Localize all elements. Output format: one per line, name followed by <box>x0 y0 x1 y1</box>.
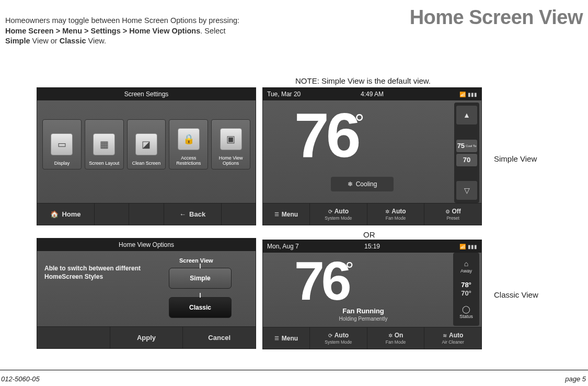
label-classic-view: Classic View <box>494 290 538 299</box>
pointer-icon: ▣ <box>220 128 242 150</box>
tile-screen-layout[interactable]: ▦ Screen Layout <box>85 119 124 169</box>
hvo-description: Able to switch between different HomeScr… <box>44 265 149 281</box>
doc-code: 012-5060-05 <box>1 375 40 383</box>
screen-simple-view: Tue, Mar 20 4:49 AM 📶 ▮▮▮ 76° ❄ Cooling … <box>262 87 482 225</box>
cool-to-chip[interactable]: 75 Cool To <box>456 140 477 152</box>
hvo-bottombar: Apply Cancel <box>37 326 256 348</box>
settings-bottombar-spacer2 <box>129 203 164 225</box>
sysmode-icon-2: ⟳ <box>328 333 332 338</box>
sliders-icon: ⚙ <box>445 209 450 214</box>
fanmode-big-2: On <box>395 332 403 339</box>
settings-tiles: ▭ Display ▦ Screen Layout ◪ Clean Screen… <box>42 119 250 169</box>
signal-icon-2: ▮▮▮ <box>468 244 477 249</box>
display-icon: ▭ <box>51 133 73 155</box>
simple-bottombar: ☰ Menu ⟳Auto System Mode ✲Auto Fan Mode … <box>263 203 481 225</box>
sp-cool: 78° <box>461 281 471 289</box>
temp-up-button[interactable]: ▲ <box>456 106 477 124</box>
wifi-icon: 📶 <box>459 92 466 97</box>
settings-bottombar: 🏠 Home ← Back <box>37 203 256 225</box>
layout-icon: ▦ <box>93 133 115 155</box>
tile-access-restrictions[interactable]: 🔒 Access Restrictions <box>169 119 208 169</box>
setpoint2-value: 70 <box>463 156 470 164</box>
setpoint2-chip[interactable]: 70 <box>456 154 477 166</box>
simple-side-panel: ▲ 75 Cool To 70 ▽ <box>454 103 479 203</box>
intro-path: Home Screen > Menu > Settings > Home Vie… <box>5 27 200 35</box>
settings-bottombar-spacer1 <box>95 203 129 225</box>
fanmode-small: Fan Mode <box>386 215 406 221</box>
label-simple-view: Simple View <box>494 154 537 163</box>
intro-end: View. <box>86 37 106 45</box>
hvo-spacer-1 <box>37 327 110 348</box>
sysmode-big-2: Auto <box>335 332 349 339</box>
cool-to-label: Cool To <box>466 144 476 147</box>
hvo-topbar: Home View Options <box>37 239 256 251</box>
footer-rule <box>0 370 588 370</box>
temp-down-button[interactable]: ▽ <box>456 181 477 200</box>
chevron-up-icon: ▲ <box>463 111 470 119</box>
sp-heat: 70° <box>461 289 471 297</box>
preset-button[interactable]: ⚙Off Preset <box>424 203 481 225</box>
menu-icon: ☰ <box>274 211 279 217</box>
air-small: Air Cleaner <box>442 339 464 345</box>
degree-icon: ° <box>354 109 361 137</box>
tile-clean-screen[interactable]: ◪ Clean Screen <box>127 119 166 169</box>
tile-layout-label: Screen Layout <box>89 161 119 166</box>
cancel-label: Cancel <box>208 334 230 342</box>
sysmode-small-2: System Mode <box>325 339 352 345</box>
fan-icon: ✲ <box>385 209 389 214</box>
clean-icon: ◪ <box>135 133 157 155</box>
cooling-label: Cooling <box>356 180 377 188</box>
status-label: Status <box>459 314 473 319</box>
option-classic-button[interactable]: Classic <box>169 297 232 318</box>
back-button[interactable]: ← Back <box>164 203 222 225</box>
sysmode-small: System Mode <box>325 215 352 221</box>
simple-temp-value: 76 <box>294 100 358 170</box>
intro-l1: Homeowners may toggle between Home Scree… <box>5 16 239 25</box>
cooling-icon: ❄ <box>348 180 353 188</box>
setpoint-chip[interactable]: 78° 70° <box>461 281 471 297</box>
fan-mode-button-2[interactable]: ✲On Fan Mode <box>367 327 425 349</box>
simple-temperature: 76° <box>294 104 364 166</box>
apply-button[interactable]: Apply <box>110 327 183 348</box>
option-simple-button[interactable]: Simple <box>169 268 232 289</box>
cancel-button[interactable]: Cancel <box>183 327 256 348</box>
back-arrow-icon: ← <box>179 210 186 218</box>
tile-home-view-options[interactable]: ▣ Home View Options <box>211 119 250 169</box>
screen-settings: Screen Settings ▭ Display ▦ Screen Layou… <box>37 87 256 225</box>
menu-label-2: Menu <box>282 335 298 342</box>
screen-home-view-options: Home View Options Able to switch between… <box>37 238 256 349</box>
tile-display[interactable]: ▭ Display <box>42 119 82 169</box>
status-circle-icon: ◯ <box>462 305 470 313</box>
option-simple-label: Simple <box>190 275 210 282</box>
intro-mid: View or <box>30 37 60 45</box>
fan-icon-2: ✲ <box>388 333 393 338</box>
cool-to-value: 75 <box>457 142 465 150</box>
status-button[interactable]: ◯ Status <box>459 305 473 319</box>
menu-button-2[interactable]: ☰ Menu <box>263 327 310 349</box>
fanmode-big: Auto <box>391 208 406 215</box>
system-mode-button-2[interactable]: ⟳Auto System Mode <box>310 327 367 349</box>
or-text: OR <box>363 230 375 239</box>
settings-title: Screen Settings <box>124 90 169 98</box>
intro-simple: Simple <box>5 37 30 45</box>
classic-date: Mon, Aug 7 <box>267 243 299 250</box>
home-button[interactable]: 🏠 Home <box>37 203 95 225</box>
fanmode-small-2: Fan Mode <box>386 339 406 345</box>
cooling-status-chip[interactable]: ❄ Cooling <box>331 177 394 191</box>
system-mode-button[interactable]: ⟳Auto System Mode <box>310 203 367 225</box>
air-big: Auto <box>449 332 463 339</box>
menu-label: Menu <box>282 211 298 218</box>
connector-line-2 <box>200 293 201 298</box>
signal-icon: ▮▮▮ <box>468 92 477 97</box>
tile-access-label: Access Restrictions <box>169 155 207 166</box>
fan-mode-button[interactable]: ✲Auto Fan Mode <box>367 203 425 225</box>
classic-time: 15:19 <box>364 243 380 250</box>
tile-clean-label: Clean Screen <box>132 161 161 166</box>
classic-temp-value: 76 <box>294 251 349 311</box>
away-button[interactable]: ⌂ Away <box>460 259 472 274</box>
option-classic-label: Classic <box>189 304 211 311</box>
menu-button[interactable]: ☰ Menu <box>263 203 310 225</box>
air-cleaner-button[interactable]: ≋Auto Air Cleaner <box>424 327 481 349</box>
simple-time: 4:49 AM <box>361 90 384 98</box>
preset-small: Preset <box>446 215 459 221</box>
